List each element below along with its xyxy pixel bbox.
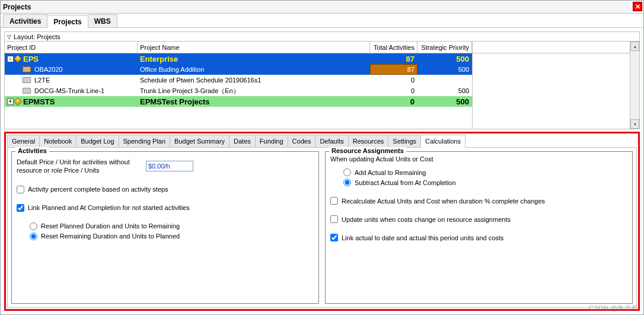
checkbox[interactable]	[17, 204, 24, 212]
radio[interactable]	[343, 179, 351, 186]
tab-settings[interactable]: Settings	[388, 135, 421, 148]
grid-body: - EPS Enterprise 87 500	[5, 53, 472, 129]
scroll-up-icon[interactable]: ▴	[630, 42, 639, 51]
tab-projects[interactable]: Projects	[47, 15, 88, 28]
chevron-down-icon: ▽	[7, 34, 11, 40]
rdo-label: Subtract Actual from At Completion	[355, 179, 456, 186]
eps-icon	[14, 97, 22, 106]
main-tabstrip: Activities Projects WBS	[1, 14, 643, 28]
rdo-label: Add Actual to Remaining	[355, 169, 426, 176]
tab-resources[interactable]: Resources	[348, 135, 389, 148]
grid-right-pane	[472, 42, 630, 129]
chk-label: Activity percent complete based on activ…	[28, 186, 168, 193]
chk-label: Link Planned and At Completion for not s…	[28, 204, 190, 211]
col-project-name[interactable]: Project Name	[138, 42, 370, 53]
resource-assignments-fieldset: Resource Assignments When updating Actua…	[325, 151, 633, 304]
chk-activity-steps[interactable]: Activity percent complete based on activ…	[17, 186, 314, 193]
cell-ta: 87	[370, 64, 417, 75]
tab-notebook[interactable]: Notebook	[39, 135, 76, 148]
cell-pid: L2TE	[34, 77, 50, 84]
col-project-id[interactable]: Project ID	[5, 42, 138, 53]
cell-pid: OBA2020	[34, 66, 63, 73]
eps-icon	[14, 55, 22, 63]
cell-sp	[417, 75, 472, 85]
tab-wbs[interactable]: WBS	[88, 14, 117, 27]
tab-dates[interactable]: Dates	[229, 135, 256, 148]
detail-panel: General Notebook Budget Log Spending Pla…	[4, 132, 640, 311]
tab-funding[interactable]: Funding	[255, 135, 288, 148]
tab-spending-plan[interactable]: Spending Plan	[119, 135, 171, 148]
chk-update-units[interactable]: Update units when costs change on resour…	[330, 215, 627, 223]
tab-defaults[interactable]: Defaults	[315, 135, 348, 148]
radio[interactable]	[30, 233, 37, 240]
table-row[interactable]: OBA2020 Office Buding Addition 87 500	[5, 64, 472, 75]
cell-pname: Enterprise	[138, 53, 370, 64]
cell-pid: DOCG-MS-Trunk Line-1	[34, 87, 104, 94]
cell-sp: 500	[417, 96, 472, 107]
collapse-icon[interactable]: -	[7, 56, 14, 62]
tab-budget-log[interactable]: Budget Log	[76, 135, 119, 148]
activities-fieldset: Activities Default Price / Unit for acti…	[11, 151, 319, 304]
table-row[interactable]: + EPMSTS EPMSTest Projects 0 500	[5, 96, 472, 107]
projects-grid-panel: ▽ Layout: Projects Project ID Project Na…	[4, 31, 640, 129]
col-total-activities[interactable]: Total Activities	[370, 42, 417, 53]
table-row[interactable]: L2TE Schedule of Ptwen Schedule 20190616…	[5, 75, 472, 85]
radio[interactable]	[343, 168, 351, 176]
close-icon[interactable]: ✕	[633, 2, 642, 11]
price-per-unit-label: Default Price / Unit for activities with…	[17, 158, 141, 175]
cell-pname: Trunk Line Project 3-Grade（En）	[138, 85, 370, 96]
when-updating-label: When updating Actual Units or Cost	[330, 155, 627, 163]
rdo-subtract-actual[interactable]: Subtract Actual from At Completion	[343, 179, 627, 186]
scroll-down-icon[interactable]: ▾	[630, 119, 639, 129]
chk-label: Update units when costs change on resour…	[342, 216, 511, 223]
folder-icon	[23, 88, 31, 94]
tab-calculations[interactable]: Calculations	[420, 135, 466, 148]
table-row[interactable]: - EPS Enterprise 87 500	[5, 53, 472, 64]
chk-link-planned[interactable]: Link Planned and At Completion for not s…	[17, 204, 314, 212]
cell-ta: 0	[370, 96, 417, 107]
window-title: Projects	[3, 3, 31, 11]
window-titlebar: Projects ✕	[1, 1, 643, 14]
cell-sp: 500	[417, 85, 472, 96]
rdo-label: Reset Planned Duration and Units to Rema…	[41, 222, 180, 230]
chk-label: Recalculate Actual Units and Cost when d…	[342, 198, 545, 205]
folder-icon	[23, 66, 31, 72]
col-strategic-priority[interactable]: Strategic Priority	[417, 42, 472, 53]
grid-header: Project ID Project Name Total Activities…	[5, 42, 472, 53]
checkbox[interactable]	[330, 215, 338, 223]
rdo-label: Reset Remaining Duration and Units to Pl…	[41, 233, 180, 240]
radio[interactable]	[30, 222, 37, 230]
cell-pname: EPMSTest Projects	[138, 96, 370, 107]
price-per-unit-input[interactable]	[146, 161, 193, 171]
rdo-add-actual[interactable]: Add Actual to Remaining	[343, 168, 627, 176]
vertical-scrollbar[interactable]: ▴ ▾	[630, 42, 639, 129]
tab-general[interactable]: General	[7, 135, 40, 148]
tab-codes[interactable]: Codes	[288, 135, 316, 148]
cell-pid: EPMSTS	[23, 97, 55, 106]
watermark: CSDN @泰豆哥	[589, 304, 638, 313]
rdo-reset-remaining[interactable]: Reset Remaining Duration and Units to Pl…	[30, 233, 314, 240]
table-row[interactable]: DOCG-MS-Trunk Line-1 Trunk Line Project …	[5, 85, 472, 96]
cell-ta: 87	[370, 53, 417, 64]
detail-tabstrip: General Notebook Budget Log Spending Pla…	[7, 135, 637, 148]
folder-icon	[23, 77, 31, 83]
cell-ta: 0	[370, 75, 417, 85]
layout-header[interactable]: ▽ Layout: Projects	[5, 32, 639, 42]
cell-pname: Schedule of Ptwen Schedule 20190616s1	[138, 75, 370, 85]
expand-icon[interactable]: +	[7, 98, 14, 105]
rdo-reset-planned[interactable]: Reset Planned Duration and Units to Rema…	[30, 222, 314, 230]
tab-budget-summary[interactable]: Budget Summary	[170, 135, 229, 148]
resources-legend: Resource Assignments	[329, 147, 406, 154]
chk-recalculate[interactable]: Recalculate Actual Units and Cost when d…	[330, 197, 627, 205]
cell-sp: 500	[417, 53, 472, 64]
tab-activities[interactable]: Activities	[3, 14, 47, 27]
layout-label: Layout: Projects	[14, 33, 60, 40]
cell-sp: 500	[417, 64, 472, 75]
checkbox[interactable]	[330, 197, 338, 205]
checkbox[interactable]	[330, 234, 338, 241]
cell-pname: Office Buding Addition	[138, 64, 370, 75]
cell-ta: 0	[370, 85, 417, 96]
activities-legend: Activities	[15, 147, 49, 154]
checkbox[interactable]	[17, 186, 24, 193]
chk-link-actual[interactable]: Link actual to date and actual this peri…	[330, 234, 627, 241]
